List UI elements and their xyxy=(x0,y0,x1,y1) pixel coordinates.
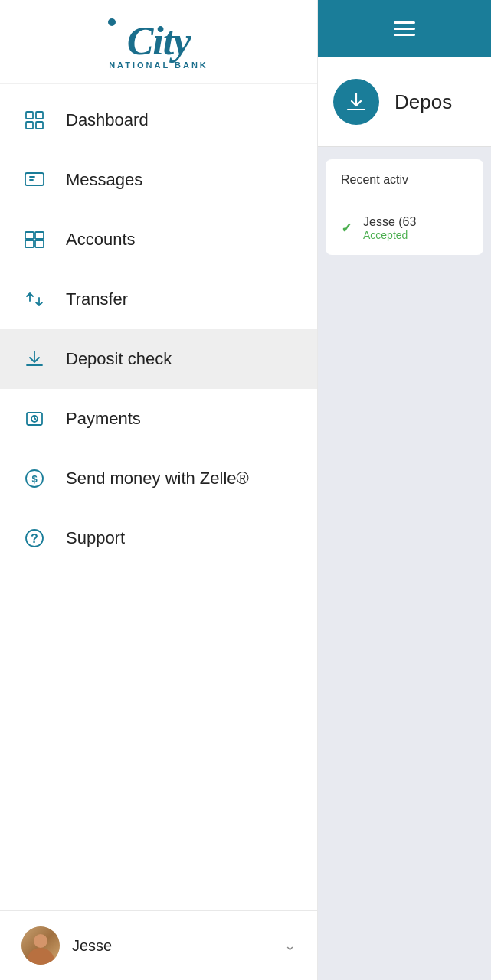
activity-name: Jesse (63 xyxy=(363,215,416,229)
svg-rect-7 xyxy=(25,173,44,185)
sidebar-item-payments[interactable]: Payments xyxy=(0,389,317,449)
sidebar-item-label: Send money with Zelle® xyxy=(66,469,249,488)
sidebar-item-dashboard[interactable]: Dashboard xyxy=(0,90,317,150)
logo: City NATIONAL BANK xyxy=(90,15,227,72)
sidebar-item-accounts[interactable]: Accounts xyxy=(0,210,317,270)
svg-text:?: ? xyxy=(31,532,38,545)
sidebar-item-label: Support xyxy=(66,528,125,548)
logo-svg: City NATIONAL BANK xyxy=(90,15,227,72)
svg-point-1 xyxy=(108,18,116,26)
support-icon: ? xyxy=(21,525,47,551)
recent-activity-header: Recent activ xyxy=(326,159,483,201)
right-panel: Depos Recent activ ✓ Jesse (63 Accepted xyxy=(318,0,491,980)
svg-rect-5 xyxy=(26,122,33,129)
svg-rect-4 xyxy=(36,112,43,119)
sidebar-item-support[interactable]: ? Support xyxy=(0,508,317,568)
right-header xyxy=(318,0,491,57)
svg-rect-9 xyxy=(25,240,34,247)
svg-text:City: City xyxy=(127,19,192,63)
dashboard-icon xyxy=(21,107,47,133)
deposit-icon-svg xyxy=(345,90,368,113)
deposit-circle-icon xyxy=(333,79,379,125)
svg-rect-3 xyxy=(26,112,33,119)
svg-rect-8 xyxy=(25,232,34,239)
deposit-header-card: Depos xyxy=(318,57,491,147)
check-icon: ✓ xyxy=(341,220,352,237)
activity-info: Jesse (63 Accepted xyxy=(363,215,416,241)
sidebar-item-label: Accounts xyxy=(66,230,136,250)
avatar xyxy=(21,926,60,965)
svg-rect-10 xyxy=(35,232,44,239)
sidebar-item-label: Transfer xyxy=(66,289,128,309)
svg-rect-6 xyxy=(36,122,43,129)
accounts-icon xyxy=(21,227,47,253)
transfer-icon xyxy=(21,286,47,312)
deposit-check-icon xyxy=(21,346,47,372)
hamburger-line-3 xyxy=(394,34,415,36)
deposit-title: Depos xyxy=(394,90,452,114)
hamburger-line-2 xyxy=(394,28,415,30)
sidebar-item-zelle[interactable]: $ Send money with Zelle® xyxy=(0,449,317,508)
recent-activity-section: Recent activ ✓ Jesse (63 Accepted xyxy=(326,159,483,255)
sidebar: City NATIONAL BANK Dashboard xyxy=(0,0,318,980)
svg-text:$: $ xyxy=(31,473,38,485)
recent-activity-label: Recent activ xyxy=(341,173,408,187)
sidebar-item-label: Deposit check xyxy=(66,349,172,369)
sidebar-item-deposit-check[interactable]: Deposit check xyxy=(0,329,317,389)
messages-icon xyxy=(21,167,47,193)
sidebar-item-transfer[interactable]: Transfer xyxy=(0,270,317,329)
svg-rect-11 xyxy=(35,240,44,247)
logo-container: City NATIONAL BANK xyxy=(0,0,317,84)
user-profile-footer[interactable]: Jesse ⌄ xyxy=(0,910,317,980)
sidebar-item-messages[interactable]: Messages xyxy=(0,150,317,210)
chevron-down-icon: ⌄ xyxy=(284,937,296,954)
activity-item: ✓ Jesse (63 Accepted xyxy=(326,201,483,255)
zelle-icon: $ xyxy=(21,466,47,492)
sidebar-item-label: Messages xyxy=(66,170,142,190)
navigation: Dashboard Messages Account xyxy=(0,84,317,910)
sidebar-item-label: Payments xyxy=(66,409,141,429)
hamburger-line-1 xyxy=(394,21,415,24)
hamburger-menu-button[interactable] xyxy=(394,21,415,36)
user-name: Jesse xyxy=(72,937,272,955)
svg-text:NATIONAL BANK: NATIONAL BANK xyxy=(109,60,208,70)
sidebar-item-label: Dashboard xyxy=(66,110,149,130)
payments-icon xyxy=(21,406,47,432)
activity-status: Accepted xyxy=(363,229,416,241)
